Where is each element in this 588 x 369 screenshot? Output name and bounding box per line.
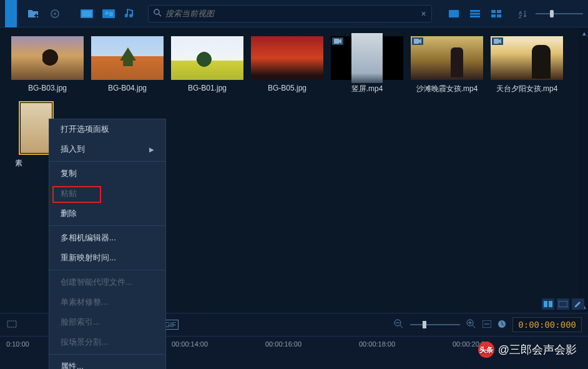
filter-photo-icon[interactable] xyxy=(100,5,117,22)
submenu-arrow-icon: ▶ xyxy=(149,146,154,153)
video-badge-icon xyxy=(332,37,343,45)
search-box: × xyxy=(148,5,432,22)
menu-copy[interactable]: 复制 xyxy=(49,164,165,184)
view-list-icon[interactable] xyxy=(466,5,484,22)
svg-rect-11 xyxy=(470,12,480,14)
menu-insert-to[interactable]: 插入到▶ xyxy=(49,139,165,159)
svg-rect-9 xyxy=(449,10,459,17)
watermark: 头条 @三郎会声会影 xyxy=(478,342,577,358)
search-input[interactable] xyxy=(165,9,421,18)
ruler-tick: 00:00:14:00 xyxy=(172,340,208,348)
sort-icon[interactable]: AZ xyxy=(514,5,532,22)
add-folder-icon[interactable] xyxy=(24,5,42,22)
svg-rect-19 xyxy=(334,39,339,44)
svg-rect-6 xyxy=(109,12,113,16)
menu-properties[interactable]: 属性... xyxy=(49,357,165,369)
media-filename: 天台夕阳女孩.mp4 xyxy=(496,84,558,94)
menu-multicam[interactable]: 多相机编辑器... xyxy=(49,228,165,248)
panel-edit-icon[interactable] xyxy=(572,298,584,310)
svg-rect-24 xyxy=(559,301,567,307)
menu-single-trim: 单素材修整... xyxy=(49,292,165,312)
zoom-out-icon[interactable] xyxy=(394,319,404,331)
context-menu: 打开选项面板 插入到▶ 复制 粘贴 删除 多相机编辑器... 重新映射时间...… xyxy=(49,119,166,369)
thumbnail xyxy=(11,36,84,80)
view-grid-icon[interactable] xyxy=(487,5,506,22)
menu-separator xyxy=(49,270,165,270)
timecode-display[interactable]: 0:00:00:000 xyxy=(512,317,582,332)
media-filename: 素 xyxy=(15,158,22,169)
svg-rect-13 xyxy=(491,10,496,13)
svg-rect-16 xyxy=(497,14,501,17)
capture-icon[interactable] xyxy=(46,5,63,22)
scroll-up-icon[interactable]: ▲ xyxy=(581,30,587,37)
menu-face-index: 脸部索引... xyxy=(49,312,165,332)
svg-line-28 xyxy=(400,325,403,328)
media-item[interactable]: 天台夕阳女孩.mp4 xyxy=(491,36,563,94)
video-badge-icon xyxy=(412,37,423,45)
active-tab-handle[interactable] xyxy=(5,0,17,27)
view-thumbnail-icon[interactable] xyxy=(444,5,463,22)
library-toolbar: × AZ xyxy=(0,0,588,27)
menu-create-proxy: 创建智能代理文件... xyxy=(49,272,165,292)
svg-rect-20 xyxy=(414,39,419,44)
media-item[interactable]: 竖屏.mp4 xyxy=(331,36,403,94)
media-item[interactable]: BG-B01.jpg xyxy=(171,36,243,92)
svg-rect-23 xyxy=(549,301,552,307)
svg-rect-12 xyxy=(470,16,480,17)
clear-search-icon[interactable]: × xyxy=(421,9,426,19)
menu-separator xyxy=(49,225,165,226)
media-filename: BG-B04.jpg xyxy=(108,84,147,92)
menu-scene-split: 按场景分割... xyxy=(49,332,165,352)
scrollbar[interactable]: ▲ ▲ xyxy=(579,27,588,313)
media-filename: BG-B01.jpg xyxy=(188,84,227,92)
filter-audio-icon[interactable] xyxy=(121,5,139,22)
filter-video-icon[interactable] xyxy=(78,5,96,22)
clock-icon[interactable] xyxy=(497,320,506,330)
svg-rect-21 xyxy=(494,39,499,44)
menu-separator xyxy=(49,354,165,355)
menu-open-options[interactable]: 打开选项面板 xyxy=(49,119,165,139)
record-icon[interactable] xyxy=(6,320,17,330)
menu-separator xyxy=(49,161,165,162)
media-filename: BG-B03.jpg xyxy=(28,84,67,92)
media-item[interactable]: 沙滩晚霞女孩.mp4 xyxy=(411,36,483,94)
thumbnail xyxy=(251,36,323,80)
fit-icon[interactable] xyxy=(483,320,491,330)
svg-text:Z: Z xyxy=(519,14,522,18)
media-filename: 沙滩晚霞女孩.mp4 xyxy=(416,84,478,94)
watermark-text: @三郎会声会影 xyxy=(498,342,577,357)
thumbnail xyxy=(91,36,164,80)
media-item[interactable]: BG-B03.jpg xyxy=(11,36,84,92)
svg-rect-10 xyxy=(470,10,480,12)
svg-rect-22 xyxy=(544,301,547,307)
media-filename: BG-B05.jpg xyxy=(268,84,306,92)
svg-point-5 xyxy=(105,11,109,15)
svg-rect-3 xyxy=(82,11,92,17)
thumbnail xyxy=(171,36,243,80)
svg-rect-25 xyxy=(7,321,16,327)
media-filename: 竖屏.mp4 xyxy=(351,84,383,94)
media-item[interactable]: BG-B04.jpg xyxy=(91,36,164,92)
ruler-tick: 00:00:18:00 xyxy=(359,340,395,348)
search-icon xyxy=(154,9,162,19)
thumbnail xyxy=(411,36,483,80)
thumbnail xyxy=(331,36,403,80)
ruler-tick: 0:10:00 xyxy=(6,340,29,348)
zoom-slider[interactable] xyxy=(410,324,460,325)
svg-rect-14 xyxy=(497,10,501,13)
svg-point-7 xyxy=(154,9,159,14)
media-item[interactable]: BG-B05.jpg xyxy=(251,36,323,92)
panel-view-icon[interactable] xyxy=(557,298,569,310)
video-badge-icon xyxy=(492,37,503,45)
menu-delete[interactable]: 删除 xyxy=(49,204,165,224)
panel-library-icon[interactable] xyxy=(542,298,554,310)
svg-point-1 xyxy=(54,12,56,15)
zoom-in-icon[interactable] xyxy=(466,319,476,331)
thumbnail xyxy=(19,102,53,154)
thumbnail-size-slider[interactable] xyxy=(536,13,583,14)
svg-line-32 xyxy=(473,325,475,328)
thumbnail xyxy=(491,36,563,80)
watermark-logo-icon: 头条 xyxy=(478,342,494,358)
menu-remap-time[interactable]: 重新映射时间... xyxy=(49,248,165,268)
svg-line-8 xyxy=(159,14,161,16)
